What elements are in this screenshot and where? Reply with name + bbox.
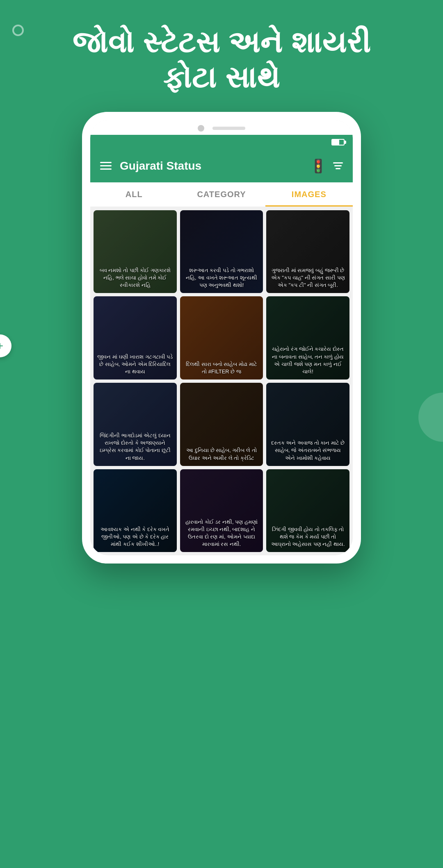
grid-item[interactable]: જિંદગીની ભાગદોડમાં એટલું ધ્યાન રાખજો દોસ… — [94, 383, 177, 466]
hero-title-line1: જોવો સ્ટેટસ અને શાયરી — [25, 25, 418, 60]
phone-mockup: + Gujarati Statu — [0, 112, 443, 580]
phone-camera — [198, 125, 204, 132]
grid-item-text: આ દુનિયા છે સાહેબ, ગરીબ લે તો ઉઘાર અને અ… — [183, 447, 260, 461]
sort-filter-icon[interactable] — [333, 162, 343, 169]
phone-top-bar — [90, 120, 353, 135]
tab-bar: ALL CATEGORY IMAGES — [90, 182, 353, 207]
robot-icon: 🚦 — [310, 158, 327, 174]
grid-item-text: હારવાનો કોઈ ડર નથી, પણ હમણાં રમવાની ઇચ્છ… — [183, 518, 260, 548]
grid-item[interactable]: ગુજરાતી માં સમજવું બહું જરૂરી છે એક "કપ … — [266, 210, 349, 293]
grid-item-text: દિલથી સારા બનો સાહેબ મોઢા માટે તો #FILTE… — [183, 361, 260, 375]
app-title: Gujarati Status — [120, 159, 302, 173]
add-icon: + — [0, 339, 3, 352]
tab-category[interactable]: CATEGORY — [178, 182, 265, 207]
grid-item[interactable]: દસ્તક અને અવાજ તો કાન માટે છે સાહેબ, જે … — [266, 383, 349, 466]
app-bar: Gujarati Status 🚦 — [90, 150, 353, 182]
deco-circle — [418, 393, 443, 442]
grid-item-text: ગુજરાતી માં સમજવું બહું જરૂરી છે એક "કપ … — [269, 267, 346, 289]
bg-circle — [12, 25, 24, 36]
grid-item[interactable]: જીવન માં ઘણી ખારાશ ગટગટાવી પડે છે સાહેબ,… — [94, 296, 177, 379]
grid-item-text: ઝિંદગી જીવવી હોય તો તકલિફ તો થશે જ કેમ ક… — [269, 526, 346, 548]
fab-add-button[interactable]: + — [0, 334, 11, 357]
grid-item[interactable]: દિલથી સારા બનો સાહેબ મોઢા માટે તો #FILTE… — [180, 296, 263, 379]
phone-outer: Gujarati Status 🚦 ALL CATEGORY — [82, 112, 361, 564]
tab-all[interactable]: ALL — [90, 182, 178, 207]
grid-item[interactable]: હારવાનો કોઈ ડર નથી, પણ હમણાં રમવાની ઇચ્છ… — [180, 469, 263, 552]
grid-item[interactable]: ઝિંદગી જીવવી હોય તો તકલિફ તો થશે જ કેમ ક… — [266, 469, 349, 552]
grid-item-text: જિંદગીની ભાગદોડમાં એટલું ધ્યાન રાખજો દોસ… — [97, 432, 174, 462]
grid-item[interactable]: ચહેરાનો રંગ જોઈને કચારેય દોસ્ત ના બનાવતા… — [266, 296, 349, 379]
app-bar-icons: 🚦 — [310, 158, 343, 174]
grid-item[interactable]: આ દુનિયા છે સાહેબ, ગરીબ લે તો ઉઘાર અને અ… — [180, 383, 263, 466]
grid-item-text: દસ્તક અને અવાજ તો કાન માટે છે સાહેબ, જે … — [269, 439, 346, 462]
hero-title-line2: ફોટા સાથે — [25, 60, 418, 95]
grid-item-text: આવશ્યક એ નથી કે દરેક વખતે જીતીઓ, પણ એ છે… — [97, 526, 174, 548]
grid-item-text: બવ નમશો તો પછી કોઈ ગણકારશે નહિ, ભલે સાચા… — [97, 267, 174, 289]
status-bar — [90, 135, 353, 150]
grid-item[interactable]: બવ નમશો તો પછી કોઈ ગણકારશે નહિ, ભલે સાચા… — [94, 210, 177, 293]
grid-item[interactable]: શરૂઆત કરવી પડે તો ગભરાશો નહિ, આ વખતે શરૂ… — [180, 210, 263, 293]
battery-icon — [331, 139, 345, 145]
menu-icon[interactable] — [100, 162, 112, 170]
battery-fill — [332, 140, 339, 145]
phone-inner: Gujarati Status 🚦 ALL CATEGORY — [90, 120, 353, 556]
image-grid: બવ નમશો તો પછી કોઈ ગણકારશે નહિ, ભલે સાચા… — [90, 207, 353, 556]
grid-item-text: ચહેરાનો રંગ જોઈને કચારેય દોસ્ત ના બનાવતા… — [269, 345, 346, 375]
phone-speaker — [212, 127, 245, 130]
grid-item[interactable]: આવશ્યક એ નથી કે દરેક વખતે જીતીઓ, પણ એ છે… — [94, 469, 177, 552]
grid-item-text: જીવન માં ઘણી ખારાશ ગટગટાવી પડે છે સાહેબ,… — [97, 353, 174, 376]
hero-section: જોવો સ્ટેટસ અને શાયરી ફોટા સાથે — [0, 0, 443, 112]
grid-item-text: શરૂઆત કરવી પડે તો ગભરાશો નહિ, આ વખતે શરૂ… — [183, 267, 260, 289]
tab-images[interactable]: IMAGES — [265, 182, 353, 207]
